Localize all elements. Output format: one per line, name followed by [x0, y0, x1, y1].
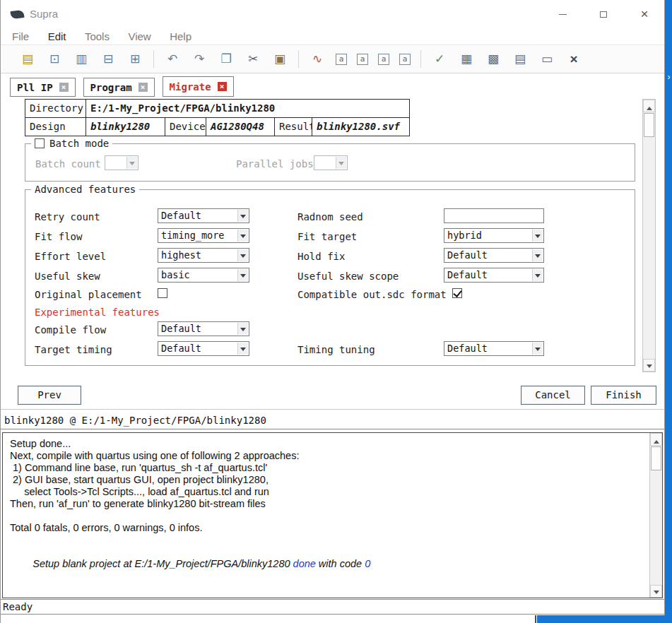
tab-close-icon[interactable] [59, 83, 69, 92]
compatible-sdc-label: Compatible out.sdc format [297, 287, 447, 302]
target-timing-select[interactable]: Default [158, 341, 249, 356]
directory-value: E:/1-My_Project/FPGA/blinky1280 [86, 100, 409, 117]
redo-icon[interactable]: ↷ [191, 50, 208, 69]
chevron-down-icon [126, 157, 137, 169]
console-line [10, 534, 645, 546]
effort-level-select[interactable]: highest [158, 248, 249, 263]
new-file-icon[interactable]: ▤ [19, 50, 36, 69]
chevron-down-icon[interactable] [237, 249, 248, 261]
placement-icon[interactable]: a [357, 54, 368, 65]
close-all-icon[interactable]: × [565, 50, 582, 69]
final-line-text: with code [316, 558, 365, 569]
minimize-button[interactable] [543, 0, 582, 28]
device-value: AG1280Q48 [206, 118, 274, 136]
menu-edit[interactable]: Edit [40, 28, 74, 44]
timing-tuning-select[interactable]: Default [444, 341, 544, 356]
wizard-scrollbar[interactable] [642, 99, 656, 372]
cut-icon[interactable]: ✂ [244, 50, 261, 69]
retry-count-select[interactable]: Default [158, 208, 249, 223]
chevron-down-icon[interactable] [237, 323, 248, 335]
cancel-button[interactable]: Cancel [521, 386, 585, 405]
close-button[interactable] [625, 0, 664, 28]
scroll-up-icon[interactable] [650, 433, 662, 446]
scroll-up-icon[interactable] [643, 100, 655, 112]
batch-count-label: Batch count [35, 157, 101, 171]
reload-file-icon[interactable]: ❐ [218, 50, 235, 69]
prev-button[interactable]: Prev [18, 386, 81, 405]
console-line: Setup done... [10, 438, 645, 450]
console-line [10, 510, 645, 522]
check-icon[interactable]: ✓ [431, 50, 448, 69]
scrollbar-thumb[interactable] [644, 113, 654, 137]
batch-mode-legend: Batch mode [31, 137, 112, 150]
tab-pll-ip[interactable]: Pll IP [10, 78, 76, 97]
tab-program[interactable]: Program [83, 78, 155, 97]
chevron-down-icon[interactable] [532, 230, 543, 242]
compatible-sdc-checkbox[interactable] [452, 288, 462, 298]
useful-skew-select[interactable]: basic [158, 268, 249, 283]
fit-target-select[interactable]: hybrid [444, 228, 544, 243]
status-bar: Ready [0, 599, 665, 615]
console-line: 2) GUI base, start quartus GUI, open pro… [10, 474, 645, 486]
scroll-down-icon[interactable] [650, 585, 662, 598]
batch-mode-checkbox[interactable] [35, 138, 45, 148]
program-device-icon[interactable]: ⊞ [126, 50, 143, 69]
close-icon [640, 6, 648, 22]
chevron-down-icon[interactable] [532, 343, 543, 355]
tab-close-icon[interactable] [138, 83, 148, 92]
window-title: Supra [30, 0, 58, 28]
bitmap-grid-icon[interactable]: ▩ [485, 50, 502, 69]
menu-view[interactable]: View [120, 28, 158, 44]
console-line: Then, run 'af_run' to generate blinky128… [10, 498, 645, 510]
undo-icon[interactable]: ↶ [164, 50, 181, 69]
useful-skew-scope-select[interactable]: Default [444, 268, 544, 283]
maximize-icon [600, 11, 607, 18]
app-window: Supra File Edit Tools View Help ▤ ⊡ ▥ ⊟ … [0, 0, 672, 623]
chevron-down-icon[interactable] [237, 343, 248, 355]
final-line-done: done [293, 558, 316, 569]
console-scrollbar[interactable] [649, 433, 662, 598]
chevron-down-icon[interactable] [237, 210, 248, 222]
console-line: select Tools->Tcl Scripts..., load af_qu… [10, 486, 645, 498]
timing-icon[interactable]: a [399, 54, 411, 65]
scrollbar-thumb[interactable] [651, 446, 661, 470]
toolbar-separator [153, 50, 154, 68]
waveform-icon[interactable]: ∿ [309, 50, 326, 69]
chevron-down-icon[interactable] [237, 230, 248, 242]
compile-flow-select[interactable]: Default [158, 321, 249, 336]
chevron-down-icon[interactable] [237, 269, 248, 281]
menu-file[interactable]: File [4, 28, 37, 44]
save-icon[interactable]: ▥ [73, 50, 90, 69]
original-placement-checkbox[interactable] [158, 288, 167, 298]
hold-fix-select[interactable]: Default [444, 248, 544, 263]
scrollbar-thumb[interactable] [535, 615, 536, 623]
report-grid-icon[interactable]: ▦ [458, 50, 475, 69]
finish-button[interactable]: Finish [591, 386, 656, 405]
chevron-down-icon [336, 157, 346, 169]
scroll-down-icon[interactable] [643, 359, 655, 372]
chevron-down-icon[interactable] [532, 269, 543, 281]
toolbar-separator [298, 50, 299, 68]
fit-flow-select[interactable]: timing_more [158, 228, 249, 243]
panel-expand-icon[interactable] [666, 72, 672, 82]
open-project-icon[interactable]: ⊡ [46, 50, 63, 69]
random-seed-input[interactable] [444, 208, 544, 223]
paste-icon[interactable]: ▣ [271, 50, 288, 69]
tab-close-icon[interactable] [218, 82, 227, 91]
menu-help[interactable]: Help [162, 28, 199, 44]
menubar: File Edit Tools View Help [0, 28, 665, 44]
flash-icon[interactable]: ▭ [538, 50, 555, 69]
routing-icon[interactable]: a [378, 54, 389, 65]
table-row: Directory E:/1-My_Project/FPGA/blinky128… [25, 100, 409, 117]
printer-icon[interactable]: ▤ [512, 50, 529, 69]
toolbar-separator [420, 50, 421, 68]
tab-migrate[interactable]: Migrate [163, 76, 234, 97]
result-label: Result [274, 118, 312, 136]
hardware-monitor-icon[interactable]: ⊟ [100, 50, 117, 69]
maximize-button[interactable] [584, 0, 623, 28]
chevron-down-icon[interactable] [532, 249, 543, 261]
netlist-icon[interactable]: a [336, 54, 347, 65]
batch-mode-label: Batch mode [49, 138, 109, 149]
menu-tools[interactable]: Tools [77, 28, 117, 44]
window-border [0, 0, 1, 623]
